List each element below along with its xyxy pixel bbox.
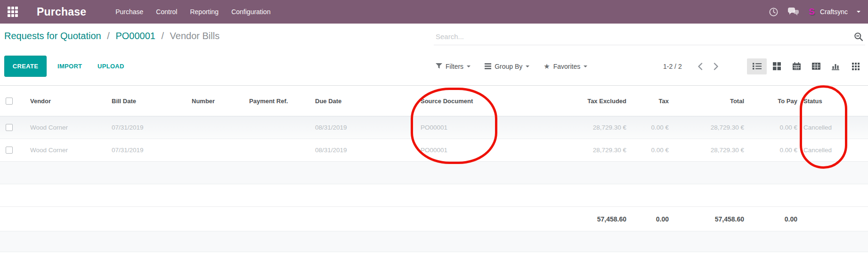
group-by-label: Group By: [495, 63, 522, 70]
column-header-vendor[interactable]: Vendor: [19, 86, 106, 116]
filter-icon: [436, 63, 442, 69]
avatar[interactable]: S: [809, 7, 815, 16]
top-navbar: Purchase Purchase Control Reporting Conf…: [0, 0, 868, 24]
breadcrumb-link-po00001[interactable]: PO00001: [115, 31, 155, 41]
cell-source-document: PO00001: [352, 116, 498, 139]
chevron-down-icon[interactable]: [857, 11, 860, 13]
cell-total: 28,729.30 €: [669, 139, 744, 162]
column-header-tax[interactable]: Tax: [626, 86, 669, 116]
activities-clock-icon[interactable]: [769, 7, 779, 17]
vendor-bills-list: Vendor Bill Date Number Payment Ref. Due…: [0, 85, 868, 252]
cell-total: 28,729.30 €: [669, 116, 744, 139]
calendar-view-icon[interactable]: [787, 58, 806, 74]
group-by-icon: [485, 63, 491, 69]
pivot-view-icon[interactable]: [806, 58, 826, 74]
table-header-row: Vendor Bill Date Number Payment Ref. Due…: [0, 86, 868, 116]
cell-bill-date: 07/31/2019: [106, 116, 186, 139]
view-switcher: [747, 56, 866, 77]
column-header-tax-excluded[interactable]: Tax Excluded: [498, 86, 626, 116]
chevron-down-icon: [467, 66, 471, 67]
pager-range: 1-2 / 2: [663, 63, 682, 70]
cell-to-pay: 0.00 €: [744, 116, 797, 139]
total-tax-excluded: 57,458.60: [498, 207, 626, 231]
column-header-total[interactable]: Total: [669, 86, 744, 116]
import-button[interactable]: IMPORT: [57, 56, 82, 77]
breadcrumb: Requests for Quotation / PO00001 / Vendo…: [4, 30, 219, 42]
cell-to-pay: 0.00 €: [744, 139, 797, 162]
total-tax: 0.00: [626, 207, 669, 231]
cell-due-date: 08/31/2019: [309, 139, 352, 162]
graph-view-icon[interactable]: [826, 58, 846, 74]
cell-status: Cancelled: [797, 139, 868, 162]
chevron-down-icon: [526, 66, 529, 67]
breadcrumb-current: Vendor Bills: [170, 31, 220, 41]
total-to-pay: 0.00: [744, 207, 797, 231]
chevron-left-icon[interactable]: [694, 59, 706, 74]
list-view-icon[interactable]: [747, 58, 767, 74]
cell-payment-ref: [243, 116, 309, 139]
cell-source-document: PO00001: [352, 139, 498, 162]
cell-number: [186, 139, 243, 162]
column-header-source-document[interactable]: Source Document: [352, 86, 498, 116]
search-options: Filters Group By ★ Favorites: [436, 56, 587, 77]
column-header-to-pay[interactable]: To Pay: [744, 86, 797, 116]
row-checkbox[interactable]: [6, 147, 13, 154]
row-select-cell: [0, 116, 19, 139]
cell-payment-ref: [243, 139, 309, 162]
filters-label: Filters: [446, 63, 463, 70]
cell-bill-date: 07/31/2019: [106, 139, 186, 162]
breadcrumb-link-requests-for-quotation[interactable]: Requests for Quotation: [4, 31, 101, 41]
kanban-view-icon[interactable]: [767, 58, 787, 74]
app-name[interactable]: Purchase: [37, 6, 86, 18]
column-header-number[interactable]: Number: [186, 86, 243, 116]
column-header-payment-ref[interactable]: Payment Ref.: [243, 86, 309, 116]
grid-view-icon[interactable]: [846, 58, 866, 74]
search-input[interactable]: [434, 28, 865, 45]
select-all-checkbox[interactable]: [6, 98, 13, 105]
table-row[interactable]: Wood Corner 07/31/2019 08/31/2019 PO0000…: [0, 116, 868, 139]
row-select-cell: [0, 139, 19, 162]
totals-row: 57,458.60 0.00 57,458.60 0.00: [0, 207, 868, 231]
cell-vendor: Wood Corner: [19, 116, 106, 139]
upload-button[interactable]: UPLOAD: [97, 56, 124, 77]
create-button[interactable]: CREATE: [4, 56, 47, 77]
column-header-bill-date[interactable]: Bill Date: [106, 86, 186, 116]
cell-status: Cancelled: [797, 116, 868, 139]
cell-tax: 0.00 €: [626, 139, 669, 162]
search-bar: [434, 28, 865, 45]
nav-item-control[interactable]: Control: [156, 8, 177, 16]
column-header-status[interactable]: Status: [797, 86, 868, 116]
cell-due-date: 08/31/2019: [309, 116, 352, 139]
total-total: 57,458.60: [669, 207, 744, 231]
cell-number: [186, 116, 243, 139]
favorites-label: Favorites: [553, 63, 581, 70]
breadcrumb-separator: /: [161, 31, 164, 41]
chevron-down-icon: [584, 66, 587, 67]
chevron-right-icon[interactable]: [710, 59, 722, 74]
cell-tax: 0.00 €: [626, 116, 669, 139]
table-row[interactable]: Wood Corner 07/31/2019 08/31/2019 PO0000…: [0, 139, 868, 162]
control-panel: Requests for Quotation / PO00001 / Vendo…: [0, 24, 868, 85]
navbar-systray: S Craftsync: [769, 7, 860, 17]
empty-row: [0, 231, 868, 252]
select-all-cell: [0, 86, 19, 116]
pager: 1-2 / 2: [663, 56, 726, 77]
search-icon[interactable]: [854, 32, 863, 43]
empty-row: [0, 162, 868, 184]
user-menu[interactable]: Craftsync: [820, 8, 848, 16]
filters-dropdown[interactable]: Filters: [436, 63, 471, 70]
messages-chat-icon[interactable]: [787, 7, 800, 16]
nav-item-reporting[interactable]: Reporting: [190, 8, 219, 16]
nav-item-configuration[interactable]: Configuration: [231, 8, 270, 16]
cell-vendor: Wood Corner: [19, 139, 106, 162]
nav-item-purchase[interactable]: Purchase: [115, 8, 143, 16]
column-header-due-date[interactable]: Due Date: [309, 86, 352, 116]
star-icon: ★: [544, 63, 550, 70]
group-by-dropdown[interactable]: Group By: [485, 63, 529, 70]
apps-menu-icon[interactable]: [8, 7, 18, 17]
row-checkbox[interactable]: [6, 124, 13, 131]
favorites-dropdown[interactable]: ★ Favorites: [544, 63, 587, 70]
breadcrumb-separator: /: [107, 31, 110, 41]
cell-tax-excluded: 28,729.30 €: [498, 139, 626, 162]
empty-row: [0, 184, 868, 207]
